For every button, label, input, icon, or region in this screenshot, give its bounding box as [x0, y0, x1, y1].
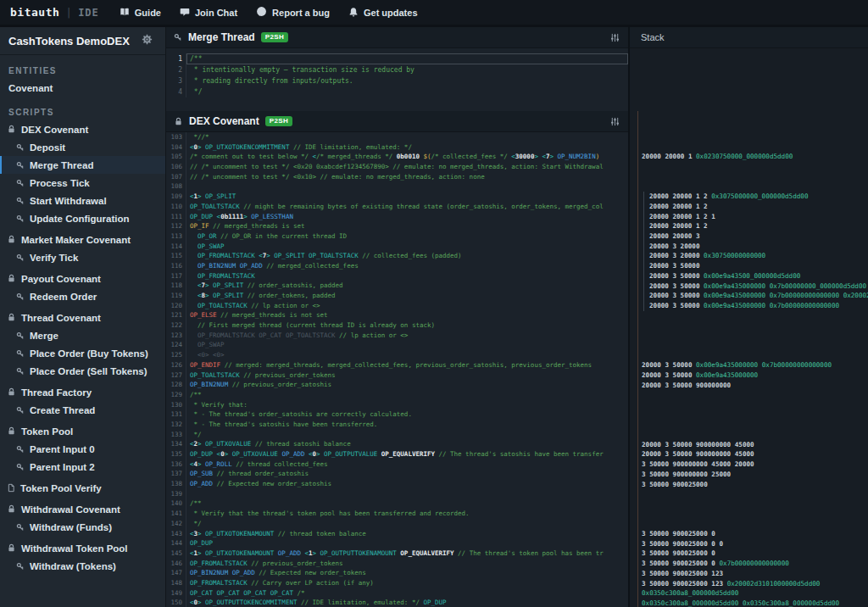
code-content: <7> OP_SPLIT // order_satoshis, padded — [186, 281, 628, 291]
sidebar-item-deposit[interactable]: Deposit — [0, 138, 165, 156]
sidebar-item-token-pool[interactable]: Token Pool — [0, 422, 165, 440]
code-line[interactable]: 4 */ — [166, 86, 628, 97]
code-line[interactable]: 133 */ — [166, 430, 628, 440]
code-line[interactable]: 114 OP_SWAP — [166, 242, 628, 252]
sidebar-item-parent-input-2[interactable]: Parent Input 2 — [0, 458, 165, 476]
sidebar-item-covenant[interactable]: Covenant — [0, 79, 165, 97]
code-line[interactable]: 136<4> OP_ROLL // thread collected_fees — [166, 459, 628, 470]
sliders-icon[interactable] — [610, 33, 620, 42]
bitauth-logo[interactable]: bitauth | IDE — [10, 6, 99, 19]
code-line[interactable]: 3 * reading directly from inputs/outputs… — [166, 75, 628, 86]
code-line[interactable]: 104<0> OP_UTXOTOKENCOMMITMENT // IDE lim… — [166, 142, 628, 153]
sidebar-item-token-pool-verify[interactable]: Token Pool Verify — [0, 479, 165, 497]
code-line[interactable]: 134<2> OP_UTXOVALUE // thread satoshi ba… — [166, 439, 628, 449]
code-line[interactable]: 120 OP_TOALTSTACK // lp action or <> — [166, 301, 628, 311]
code-line[interactable]: 145<1> OP_UTXOTOKENAMOUNT OP_ADD <1> OP_… — [166, 549, 628, 559]
code-line[interactable]: 108 — [166, 181, 628, 192]
sidebar-item-merge-thread[interactable]: Merge Thread — [0, 156, 165, 174]
sidebar-item-market-maker-covenant[interactable]: Market Maker Covenant — [0, 231, 165, 248]
sidebar-item-withdrawal-covenant[interactable]: Withdrawal Covenant — [0, 500, 165, 518]
sidebar-item-parent-input-0[interactable]: Parent Input 0 — [0, 440, 165, 458]
sidebar-item-label: Withdraw (Tokens) — [30, 561, 116, 571]
sidebar-item-thread-factory[interactable]: Thread Factory — [0, 383, 165, 401]
code-line[interactable]: 148OP_FROMALTSTACK // Carry over LP acti… — [166, 578, 628, 588]
lock-icon — [7, 426, 16, 436]
code-line[interactable]: 144OP_DUP — [166, 538, 628, 549]
sidebar-item-dex-covenant[interactable]: DEX Covenant — [0, 120, 165, 138]
code-line[interactable]: 115 OP_FROMALTSTACK <7> OP_SPLIT OP_TOAL… — [166, 251, 628, 261]
nav-item-report-a-bug[interactable]: Report a bug — [256, 6, 330, 19]
code-line[interactable]: 117 OP_FROMALTSTACK — [166, 271, 628, 281]
stack-row: 20000 3 50000 900000000 45000 — [642, 449, 754, 459]
sidebar-item-create-thread[interactable]: Create Thread — [0, 401, 165, 419]
sidebar-item-process-tick[interactable]: Process Tick — [0, 174, 165, 192]
line-number: 105 — [166, 152, 186, 162]
code-line[interactable]: 2 * intentionally empty — transaction si… — [166, 64, 628, 75]
code-line[interactable]: 129/** — [166, 390, 628, 400]
nav-item-join-chat[interactable]: Join Chat — [180, 7, 237, 19]
sliders-icon[interactable] — [610, 117, 620, 126]
dex-covenant-editor[interactable]: 103 *//*104<0> OP_UTXOTOKENCOMMITMENT //… — [166, 132, 628, 607]
sidebar-item-withdraw-funds[interactable]: Withdraw (Funds) — [0, 518, 165, 536]
code-line[interactable]: 139 — [166, 489, 628, 499]
sidebar-item-redeem-order[interactable]: Redeem Order — [0, 287, 165, 305]
code-line[interactable]: 128OP_BIN2NUM // previous_order_satoshis — [166, 380, 628, 390]
line-number: 129 — [166, 390, 186, 400]
sidebar-item-start-withdrawal[interactable]: Start Withdrawal — [0, 192, 165, 209]
sidebar-item-merge[interactable]: Merge — [0, 326, 165, 344]
code-line[interactable]: 141 * Verify that the thread's token poo… — [166, 509, 628, 519]
code-content: OP_BIN2NUM OP_ADD // merged_collected_fe… — [186, 261, 628, 271]
code-content: OP_FROMALTSTACK <7> OP_SPLIT OP_TOALTSTA… — [186, 251, 628, 261]
code-line[interactable]: 112OP_IF // merged_threads is set — [166, 221, 628, 231]
code-line[interactable]: 143<3> OP_UTXOTOKENAMOUNT // thread toke… — [166, 529, 628, 539]
code-line[interactable]: 119 <8> OP_SPLIT // order_tokens, padded — [166, 291, 628, 301]
sidebar-item-place-order-buy-tokens[interactable]: Place Order (Buy Tokens) — [0, 344, 165, 362]
code-line[interactable]: 130 * Verify that: — [166, 400, 628, 410]
code-line[interactable]: 118 <7> OP_SPLIT // order_satoshis, padd… — [166, 281, 628, 291]
code-line[interactable]: 135OP_DUP <0> OP_UTXOVALUE OP_ADD <0> OP… — [166, 449, 628, 459]
code-line[interactable]: 137OP_SUB // thread order_satoshis — [166, 469, 628, 479]
code-line[interactable]: 105/* comment out to test below */ </* m… — [166, 152, 628, 162]
code-line[interactable]: 126OP_ENDIF // merged: merged_threads, m… — [166, 360, 628, 370]
line-number: 111 — [166, 212, 186, 222]
nav-item-guide[interactable]: Guide — [120, 7, 161, 19]
sidebar-item-payout-covenant[interactable]: Payout Covenant — [0, 270, 165, 287]
code-line[interactable]: 113 OP_OR // OP_OR in the current thread… — [166, 231, 628, 242]
code-line[interactable]: 149OP_CAT OP_CAT OP_CAT OP_CAT /* — [166, 588, 628, 599]
sidebar-item-place-order-sell-tokens[interactable]: Place Order (Sell Tokens) — [0, 362, 165, 380]
code-line[interactable]: 132 * - The thread's satoshis have been … — [166, 420, 628, 430]
code-line[interactable]: 106// /* uncomment to test */ <0x20 0xab… — [166, 162, 628, 172]
code-line[interactable]: 140/** — [166, 498, 628, 509]
code-line[interactable]: 146OP_FROMALTSTACK // previous_order_tok… — [166, 559, 628, 569]
code-line[interactable]: 131 * - The thread's order_satoshis are … — [166, 409, 628, 420]
code-line[interactable]: 138OP_ADD // Expected new order_satoshis — [166, 479, 628, 489]
gear-icon[interactable] — [142, 34, 153, 47]
sidebar-item-label: Withdrawal Covenant — [21, 504, 120, 515]
code-line[interactable]: 110OP_TOALTSTACK // might be remaining b… — [166, 202, 628, 212]
sidebar-item-label: Parent Input 0 — [30, 444, 95, 454]
code-line[interactable]: 116 OP_BIN2NUM OP_ADD // merged_collecte… — [166, 261, 628, 271]
code-line[interactable]: 107// /* uncomment to test */ <0x10> // … — [166, 172, 628, 182]
code-line[interactable]: 147OP_BIN2NUM OP_ADD // Expected new ord… — [166, 568, 628, 578]
sidebar-item-withdrawal-token-pool[interactable]: Withdrawal Token Pool — [0, 539, 165, 557]
code-line[interactable]: 142 */ — [166, 519, 628, 529]
code-line[interactable]: 125 <0> <0> — [166, 350, 628, 360]
sidebar-item-verify-tick[interactable]: Verify Tick — [0, 248, 165, 266]
line-number: 119 — [166, 291, 186, 301]
code-line[interactable]: 123 OP_FROMALTSTACK OP_CAT OP_TOALTSTACK… — [166, 331, 628, 341]
code-line[interactable]: 124 OP_SWAP — [166, 340, 628, 350]
code-line[interactable]: 127OP_TOALTSTACK // previous_order_token… — [166, 370, 628, 381]
sidebar-item-withdraw-tokens[interactable]: Withdraw (Tokens) — [0, 557, 165, 575]
code-line[interactable]: 121OP_ELSE // merged_threads is not set — [166, 310, 628, 320]
code-line[interactable]: 109<1> OP_SPLIT — [166, 192, 628, 202]
code-line[interactable]: 111OP_DUP <0b1111> OP_LESSTHAN — [166, 212, 628, 222]
sidebar-item-update-configuration[interactable]: Update Configuration — [0, 209, 165, 227]
code-content: OP_OR // OP_OR in the current thread ID — [186, 231, 628, 242]
nav-item-get-updates[interactable]: Get updates — [348, 7, 418, 19]
code-line[interactable]: 1/** — [166, 53, 628, 64]
merge-thread-editor[interactable]: 1/**2 * intentionally empty — transactio… — [166, 48, 628, 111]
code-line[interactable]: 122 // First merged thread (current thre… — [166, 320, 628, 331]
code-line[interactable]: 103 *//* — [166, 132, 628, 142]
sidebar-item-thread-covenant[interactable]: Thread Covenant — [0, 309, 165, 326]
code-line[interactable]: 150<0> OP_OUTPUTTOKENCOMMITMENT // IDE l… — [166, 598, 628, 607]
